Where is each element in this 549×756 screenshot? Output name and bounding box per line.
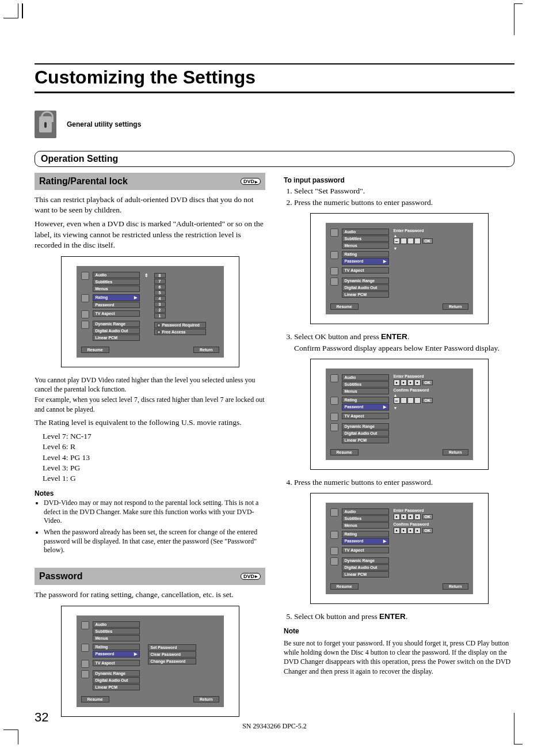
osd-label: Confirm Password bbox=[394, 388, 447, 392]
osd-item: Menus bbox=[342, 522, 389, 529]
step-item: Press the numeric buttons to enter passw… bbox=[294, 478, 514, 487]
left-column: Rating/Parental lock DVD This can restri… bbox=[35, 173, 265, 725]
rating-paragraph: For example, when you select level 7, di… bbox=[35, 395, 265, 413]
osd-item: Menus bbox=[93, 635, 140, 641]
crop-mark bbox=[514, 3, 514, 35]
osd-return-button: Return bbox=[443, 583, 468, 590]
osd-label: Enter Password bbox=[394, 374, 447, 378]
dvd-badge-icon: DVD bbox=[241, 178, 261, 185]
osd-resume-button: Resume bbox=[330, 303, 359, 310]
osd-item: Menus bbox=[93, 286, 140, 292]
osd-resume-button: Resume bbox=[330, 449, 359, 455]
page-title: Customizing the Settings bbox=[35, 63, 514, 93]
osd-item: Linear PCM bbox=[93, 335, 140, 341]
osd-level: 3 bbox=[154, 302, 166, 307]
osd-item: Subtitles bbox=[342, 381, 389, 388]
osd-item: Subtitles bbox=[342, 515, 389, 522]
osd-level: 2 bbox=[154, 307, 166, 313]
footer-text: SN 29343266 DPC-5.2 bbox=[0, 722, 549, 731]
osd-item: Audio bbox=[342, 374, 389, 381]
right-column: To input password Select "Set Password".… bbox=[284, 173, 514, 725]
crop-mark bbox=[514, 3, 523, 4]
osd-return-button: Return bbox=[193, 696, 219, 702]
osd-ok: OK bbox=[422, 514, 433, 519]
osd-option: Free Access bbox=[154, 329, 206, 335]
operation-setting-header: Operation Setting bbox=[35, 151, 514, 167]
osd-item: Digital Audio Out bbox=[93, 328, 140, 334]
step-item: Select OK button and press ENTER. bbox=[294, 332, 514, 341]
osd-label: Enter Password bbox=[394, 229, 447, 233]
osd-return-button: Return bbox=[443, 303, 468, 310]
osd-item: TV Aspect bbox=[342, 413, 389, 419]
osd-return-button: Return bbox=[443, 449, 468, 455]
osd-item: Subtitles bbox=[93, 628, 140, 635]
step-item: Press the numeric buttons to enter passw… bbox=[294, 198, 514, 207]
osd-ok: OK bbox=[422, 528, 433, 533]
osd-resume-button: Resume bbox=[81, 696, 109, 702]
osd-level: 6 bbox=[154, 284, 166, 290]
rating-equivalent: The Rating level is equivalent to the fo… bbox=[35, 417, 265, 428]
general-utility-label: General utility settings bbox=[67, 120, 141, 128]
osd-item: Digital Audio Out bbox=[342, 564, 389, 571]
osd-item: Dynamic Range bbox=[342, 557, 389, 564]
password-header: Password DVD bbox=[35, 568, 265, 585]
osd-screenshot-enter-password: Audio Subtitles Menus Rating Password▶ T… bbox=[310, 213, 489, 324]
crop-mark bbox=[22, 3, 23, 18]
crop-mark bbox=[3, 3, 18, 18]
osd-option: Password Required bbox=[154, 322, 206, 328]
osd-level: 1 bbox=[154, 313, 166, 318]
rating-paragraph: You cannot play DVD Video rated higher t… bbox=[35, 375, 265, 394]
osd-item: Rating bbox=[93, 644, 140, 650]
osd-screenshot-password-menu: Audio Subtitles Menus Rating Password▶ T… bbox=[61, 606, 239, 717]
osd-item: TV Aspect bbox=[93, 310, 140, 317]
rating-paragraph: This can restrict playback of adult-orie… bbox=[35, 195, 265, 215]
osd-ok: OK bbox=[422, 380, 433, 385]
osd-screenshot-rating: Audio Subtitles Menus Rating▶ Password T… bbox=[61, 256, 239, 367]
osd-level: 8 bbox=[154, 273, 166, 278]
rating-level: Level 7: NC-17 bbox=[43, 431, 265, 442]
osd-return-button: Return bbox=[193, 347, 219, 353]
osd-label: Confirm Password bbox=[394, 522, 447, 526]
rating-header: Rating/Parental lock DVD bbox=[35, 173, 265, 190]
lock-icon bbox=[35, 111, 56, 138]
osd-item-selected: Password▶ bbox=[342, 538, 389, 545]
rating-level: Level 3: PG bbox=[43, 463, 265, 473]
osd-label: Enter Password bbox=[394, 508, 447, 512]
input-password-heading: To input password bbox=[284, 176, 514, 184]
password-header-text: Password bbox=[39, 571, 83, 582]
osd-item: Subtitles bbox=[342, 235, 389, 242]
rating-level: Level 6: R bbox=[43, 442, 265, 452]
osd-screenshot-confirm-password: Audio Subtitles Menus Rating Password▶ T… bbox=[310, 359, 489, 470]
osd-item-selected: Rating▶ bbox=[93, 294, 140, 301]
osd-level: 5 bbox=[154, 290, 166, 295]
osd-item: Dynamic Range bbox=[342, 423, 389, 430]
osd-option: Change Password bbox=[148, 658, 196, 664]
osd-resume-button: Resume bbox=[81, 347, 109, 353]
osd-item: Audio bbox=[342, 508, 389, 515]
osd-item: Linear PCM bbox=[93, 684, 140, 690]
osd-item: Linear PCM bbox=[342, 291, 389, 298]
rating-paragraph: However, even when a DVD disc is marked … bbox=[35, 219, 265, 250]
osd-item: TV Aspect bbox=[342, 267, 389, 273]
osd-level: 7 bbox=[154, 279, 166, 284]
osd-ok: OK bbox=[422, 238, 433, 244]
osd-item: Digital Audio Out bbox=[342, 430, 389, 436]
dvd-badge-icon: DVD bbox=[241, 573, 261, 580]
rating-level: Level 4: PG 13 bbox=[43, 453, 265, 463]
osd-option: Clear Password bbox=[148, 651, 196, 658]
step-item: Select Ok button and press ENTER. bbox=[294, 612, 514, 621]
osd-item-selected: Password▶ bbox=[342, 258, 389, 265]
osd-item: Linear PCM bbox=[342, 571, 389, 578]
osd-item: Rating bbox=[342, 397, 389, 403]
osd-item: Audio bbox=[342, 229, 389, 235]
osd-item: Menus bbox=[342, 242, 389, 249]
note-heading: Note bbox=[284, 627, 514, 635]
note-text: Be sure not to forget your password. If … bbox=[284, 639, 514, 676]
osd-item: Audio bbox=[93, 621, 140, 628]
osd-item: TV Aspect bbox=[93, 660, 140, 666]
osd-item: Audio bbox=[93, 272, 140, 278]
osd-item: Dynamic Range bbox=[93, 321, 140, 327]
osd-item: Digital Audio Out bbox=[342, 284, 389, 291]
osd-screenshot-confirm-filled: Audio Subtitles Menus Rating Password▶ T… bbox=[310, 493, 489, 604]
osd-resume-button: Resume bbox=[330, 583, 359, 590]
